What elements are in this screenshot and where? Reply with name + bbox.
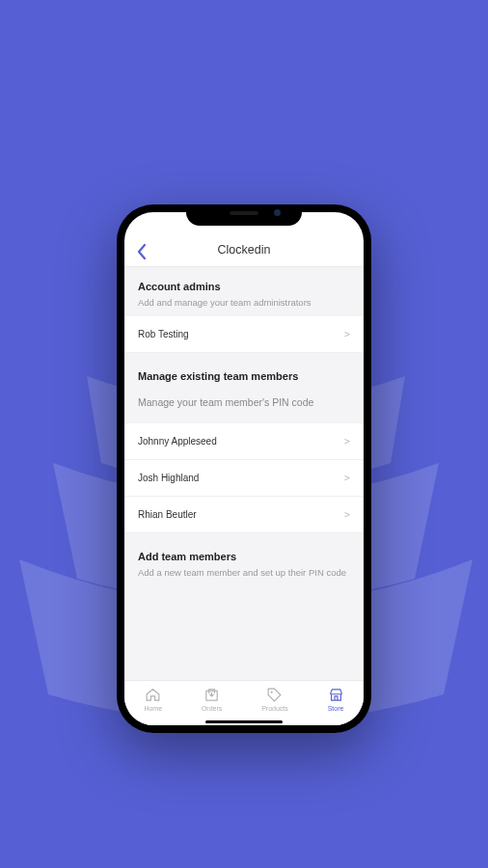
section-admins-header: Account admins Add and manage your team … [124, 267, 364, 316]
phone-frame: Clockedin Account admins Add and manage … [117, 204, 371, 733]
home-icon [145, 687, 161, 703]
chevron-right-icon: > [344, 473, 350, 483]
back-button[interactable] [136, 243, 147, 265]
section-manage-title: Manage existing team members [138, 370, 350, 382]
home-indicator[interactable] [205, 720, 283, 723]
list-item-label: Rhian Beutler [138, 509, 197, 520]
chevron-right-icon: > [344, 329, 350, 339]
tab-products[interactable]: Products [261, 687, 288, 712]
list-item-label: Rob Testing [138, 329, 189, 339]
tag-icon [266, 687, 283, 703]
section-add-title: Add team members [138, 551, 350, 562]
section-add-header: Add team members Add a new team member a… [124, 533, 364, 586]
tab-store[interactable]: Store [328, 687, 344, 712]
tab-home[interactable]: Home [144, 687, 162, 712]
chevron-right-icon: > [344, 436, 350, 447]
page-title: Clockedin [218, 243, 271, 257]
svg-point-1 [271, 692, 273, 693]
phone-screen: Clockedin Account admins Add and manage … [124, 212, 364, 725]
list-item[interactable]: Josh Highland > [124, 460, 364, 497]
phone-notch [186, 204, 302, 226]
section-add-subtitle: Add a new team member and set up their P… [138, 567, 350, 579]
store-icon [328, 687, 344, 703]
chevron-right-icon: > [344, 509, 350, 520]
section-manage-subtitle: Manage your team member's PIN code [138, 387, 350, 416]
list-item[interactable]: Johnny Appleseed > [124, 423, 364, 460]
section-admins-subtitle: Add and manage your team administrators [138, 297, 350, 309]
section-manage-header: Manage existing team members Manage your… [124, 353, 364, 423]
content-scroll[interactable]: Account admins Add and manage your team … [124, 267, 364, 680]
orders-icon [203, 687, 220, 703]
section-admins-title: Account admins [138, 281, 350, 292]
list-item[interactable]: Rhian Beutler > [124, 497, 364, 533]
tab-bar: Home Orders Products Store [124, 680, 364, 725]
list-item[interactable]: Rob Testing > [124, 316, 364, 353]
list-item-label: Johnny Appleseed [138, 436, 217, 447]
chevron-left-icon [136, 243, 147, 260]
list-item-label: Josh Highland [138, 473, 199, 483]
tab-label: Store [328, 705, 344, 712]
tab-label: Home [144, 705, 162, 712]
tab-label: Products [261, 705, 288, 712]
tab-label: Orders [202, 705, 222, 712]
tab-orders[interactable]: Orders [202, 687, 222, 712]
